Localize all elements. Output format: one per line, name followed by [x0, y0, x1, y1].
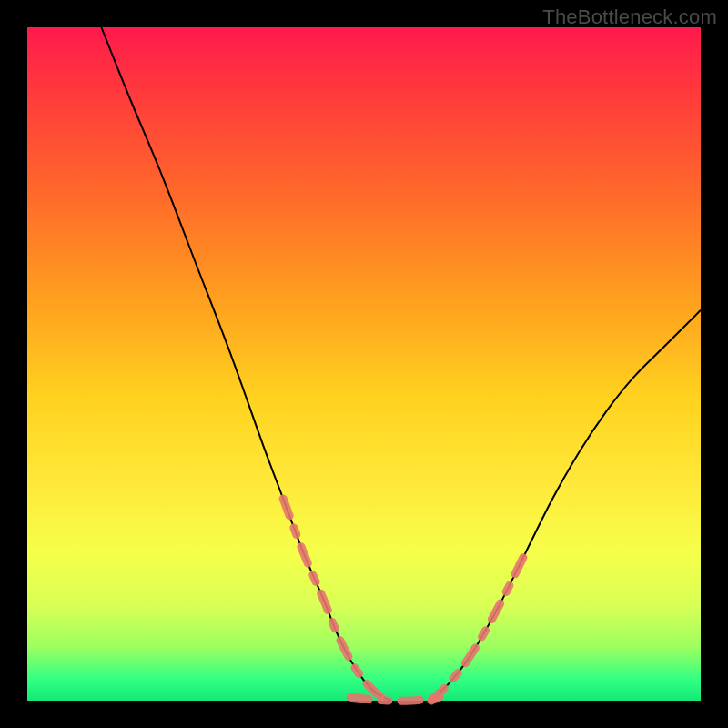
chart-frame: TheBottleneck.com	[0, 0, 728, 728]
series-left-dashes	[283, 499, 390, 701]
series-right-curve	[431, 310, 701, 701]
watermark-text: TheBottleneck.com	[542, 5, 717, 29]
series-valley-floor	[350, 695, 451, 701]
series-right-dashes	[431, 552, 526, 701]
plot-area	[27, 27, 701, 701]
series-left-curve	[101, 27, 390, 701]
chart-svg	[27, 27, 701, 701]
